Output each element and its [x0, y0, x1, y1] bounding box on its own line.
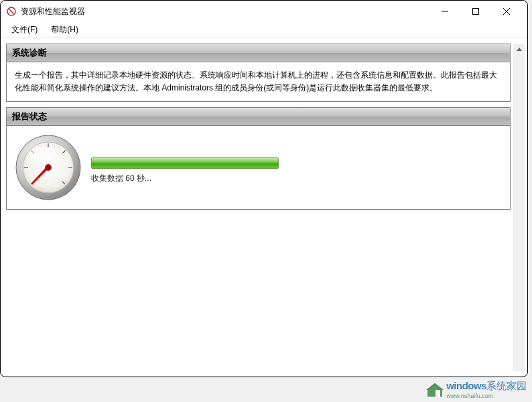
minimize-button[interactable] [429, 1, 460, 21]
watermark-url: www.nshaifu.com [446, 393, 527, 399]
titlebar: 资源和性能监视器 [1, 1, 527, 22]
menu-file[interactable]: 文件(F) [6, 23, 43, 37]
svg-rect-23 [436, 390, 440, 397]
svg-line-1 [9, 9, 14, 14]
progress-bar [91, 157, 279, 169]
menubar: 文件(F) 帮助(H) [1, 22, 527, 38]
panel-body-diagnosis: 生成一个报告，其中详细记录本地硬件资源的状态、系统响应时间和本地计算机上的进程，… [7, 62, 510, 101]
menu-help[interactable]: 帮助(H) [46, 23, 84, 37]
report-body: 收集数据 60 秒... [7, 126, 510, 209]
panel-report-status: 报告状态 [6, 107, 511, 210]
progress-section: 收集数据 60 秒... [91, 151, 502, 184]
watermark-brand-a: windows [446, 380, 486, 391]
scrollbar-up-icon[interactable] [513, 44, 525, 55]
panel-header-diagnosis: 系统诊断 [7, 44, 510, 62]
window-title: 资源和性能监视器 [21, 6, 429, 17]
svg-rect-3 [473, 9, 479, 15]
content-inner: 系统诊断 生成一个报告，其中详细记录本地硬件资源的状态、系统响应时间和本地计算机… [6, 44, 511, 371]
panel-system-diagnosis: 系统诊断 生成一个报告，其中详细记录本地硬件资源的状态、系统响应时间和本地计算机… [6, 44, 511, 102]
watermark: windows系统家园 www.nshaifu.com [426, 380, 527, 399]
svg-marker-20 [517, 48, 522, 51]
maximize-button[interactable] [460, 1, 491, 21]
gauge-icon [15, 134, 82, 201]
close-button[interactable] [491, 1, 522, 21]
watermark-text: windows系统家园 www.nshaifu.com [446, 380, 527, 399]
content-area: 系统诊断 生成一个报告，其中详细记录本地硬件资源的状态、系统响应时间和本地计算机… [1, 38, 527, 377]
scrollbar-vertical[interactable] [513, 44, 525, 371]
panel-header-status: 报告状态 [7, 108, 510, 126]
progress-fill [92, 158, 278, 168]
svg-point-19 [29, 147, 56, 161]
house-icon [426, 382, 444, 398]
app-window: 资源和性能监视器 文件(F) 帮助(H) 系统诊断 生成一个报告，其中详细记录本… [0, 0, 528, 377]
progress-label: 收集数据 60 秒... [91, 173, 502, 184]
watermark-brand-b: 系统家园 [486, 380, 527, 391]
svg-point-18 [47, 166, 50, 169]
app-icon [6, 6, 17, 17]
